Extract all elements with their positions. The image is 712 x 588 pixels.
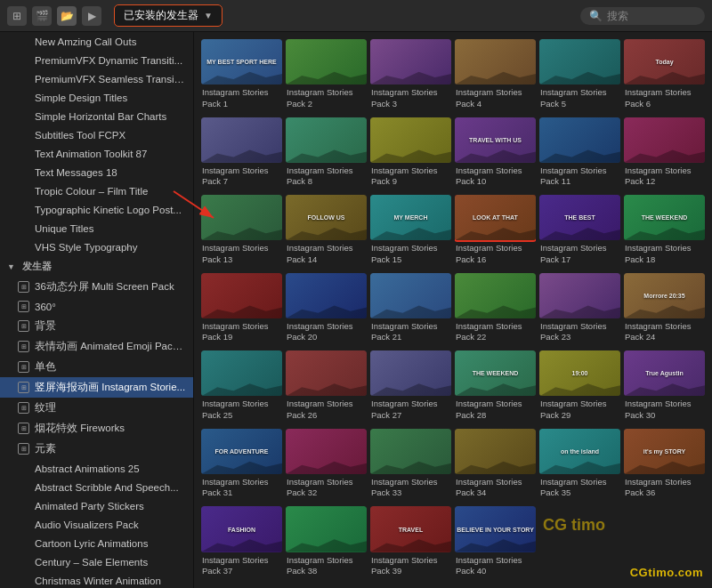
grid-item-15[interactable]: MY MERCHInstagram Stories Pack 15 (370, 195, 451, 270)
grid-item-21[interactable]: Instagram Stories Pack 21 (370, 273, 451, 348)
grid-item-16[interactable]: LOOK AT THATInstagram Stories Pack 16 (455, 195, 536, 270)
sidebar-item-label: Century – Sale Elements (35, 557, 148, 568)
sidebar-item-audio-visualizers[interactable]: Audio Visualizers Pack (0, 515, 193, 534)
grid-item-8[interactable]: Instagram Stories Pack 8 (286, 117, 367, 192)
grid-item-34[interactable]: Instagram Stories Pack 34 (455, 429, 536, 503)
sidebar-item-new-amazing[interactable]: New Amzing Call Outs (0, 32, 193, 51)
grid-item-4[interactable]: Instagram Stories Pack 4 (455, 39, 536, 114)
grid-item-label: Instagram Stories Pack 35 (539, 477, 620, 499)
grid-item-label: Instagram Stories Pack 32 (286, 477, 367, 499)
sidebar-item-label: 36动态分屏 Multi Screen Pack (35, 280, 174, 294)
grid-item-18[interactable]: THE WEEKENDInstagram Stories Pack 18 (624, 195, 705, 270)
sidebar-item-premiumvfx-dynamic[interactable]: PremiumVFX Dynamic Transiti... (0, 51, 193, 69)
sidebar-item-label: Audio Visualizers Pack (35, 520, 139, 530)
grid-item-label: Instagram Stories Pack 28 (455, 399, 536, 421)
sidebar-item-abstract-scribble[interactable]: Abstract Scribble And Speech... (0, 478, 193, 496)
plugin-icon (18, 519, 29, 530)
sidebar-item-tropic[interactable]: Tropic Colour – Film Title (0, 181, 193, 200)
grid-item-30[interactable]: True AgustinInstagram Stories Pack 30 (624, 350, 705, 425)
grid-item-19[interactable]: Instagram Stories Pack 19 (201, 273, 282, 348)
grid-item-31[interactable]: FOR ADVENTUREInstagram Stories Pack 31 (201, 429, 282, 503)
grid-item-37[interactable]: FASHIONInstagram Stories Pack 37 (201, 506, 282, 581)
grid-item-17[interactable]: THE BESTInstagram Stories Pack 17 (539, 195, 620, 270)
grid-item-12[interactable]: Instagram Stories Pack 12 (624, 117, 705, 192)
grid-item-7[interactable]: Instagram Stories Pack 7 (201, 117, 282, 192)
sidebar-item-360[interactable]: ⊞360° (0, 297, 193, 316)
grid-item-26[interactable]: Instagram Stories Pack 26 (286, 350, 367, 425)
grid-item-23[interactable]: Instagram Stories Pack 23 (539, 273, 620, 348)
grid-item-1[interactable]: MY BEST SPORT HEREInstagram Stories Pack… (201, 39, 282, 114)
grid-item-40[interactable]: BELIEVE IN YOUR STORYInstagram Stories P… (455, 506, 536, 581)
thumbnail-38 (286, 506, 367, 552)
grid-item-label: Instagram Stories Pack 8 (286, 165, 367, 188)
grid-item-28[interactable]: THE WEEKENDInstagram Stories Pack 28 (455, 350, 536, 425)
sidebar-item-christmas[interactable]: Christmas Winter Animation (0, 571, 193, 588)
sidebar-item-background[interactable]: ⊞背景 (0, 316, 193, 336)
sidebar-item-abstract-25[interactable]: Abstract Animations 25 (0, 459, 193, 478)
grid-item-20[interactable]: Instagram Stories Pack 20 (286, 273, 367, 348)
grid-item-3[interactable]: Instagram Stories Pack 3 (370, 39, 451, 114)
grid-item-14[interactable]: FOLLOW USInstagram Stories Pack 14 (286, 195, 367, 270)
installed-dropdown[interactable]: 已安装的发生器 ▼ (114, 4, 222, 27)
sidebar-item-elements[interactable]: ⊞元素 (0, 439, 193, 459)
thumbnail-37: FASHION (201, 506, 282, 552)
grid-item-36[interactable]: it's my STORYInstagram Stories Pack 36 (624, 429, 705, 503)
grid-item-33[interactable]: Instagram Stories Pack 33 (370, 429, 451, 503)
sidebar-item-multi-screen[interactable]: ⊞36动态分屏 Multi Screen Pack (0, 277, 193, 297)
grid-item-22[interactable]: Instagram Stories Pack 22 (455, 273, 536, 348)
sidebar-item-solid-color[interactable]: ⊞单色 (0, 357, 193, 377)
sidebar-item-emoji[interactable]: ⊞表情动画 Animated Emoji Pack... (0, 336, 193, 357)
grid-item-25[interactable]: Instagram Stories Pack 25 (201, 350, 282, 425)
grid-item-5[interactable]: Instagram Stories Pack 5 (539, 39, 620, 114)
sidebar-item-century-sale[interactable]: Century – Sale Elements (0, 552, 193, 571)
grid-item-9[interactable]: Instagram Stories Pack 9 (370, 117, 451, 192)
grid-item-2[interactable]: Instagram Stories Pack 2 (286, 39, 367, 114)
grid-item-32[interactable]: Instagram Stories Pack 32 (286, 429, 367, 503)
grid-item-24[interactable]: Morrore 20:35Instagram Stories Pack 24 (624, 273, 705, 348)
sidebar-item-animated-party[interactable]: Animated Party Stickers (0, 496, 193, 515)
thumb-overlay-text: FASHION (226, 525, 257, 535)
sidebar-item-simple-bar[interactable]: Simple Horizontal Bar Charts (0, 107, 193, 125)
sidebar-item-cartoon-lyric[interactable]: Cartoon Lyric Animations (0, 534, 193, 552)
sidebar-item-simple-design[interactable]: Simple Design Titles (0, 88, 193, 107)
thumbnail-19 (201, 273, 282, 318)
thumbnail-21 (370, 273, 451, 318)
sidebar-item-instagram-active[interactable]: ⊞竖屏海报动画 Instagram Storie... (0, 377, 193, 398)
grid-item-38[interactable]: Instagram Stories Pack 38 (286, 506, 367, 581)
sidebar-item-vhs-style[interactable]: VHS Style Typography (0, 238, 193, 256)
grid-item-11[interactable]: Instagram Stories Pack 11 (539, 117, 620, 192)
grid-item-39[interactable]: TRAVELInstagram Stories Pack 39 (370, 506, 451, 581)
sidebar-item-texture[interactable]: ⊞纹理 (0, 398, 193, 418)
sidebar-item-text-animation[interactable]: Text Animation Toolkit 87 (0, 144, 193, 163)
sidebar-item-fasheqi[interactable]: ▼发生器 (0, 256, 193, 277)
grid-item-13[interactable]: Instagram Stories Pack 13 (201, 195, 282, 270)
grid-item-35[interactable]: on the islandInstagram Stories Pack 35 (539, 429, 620, 503)
sidebar-item-subtitles[interactable]: Subtitles Tool FCPX (0, 125, 193, 144)
plugin-icon (18, 148, 29, 159)
toolbar-icon-4[interactable]: ▶ (82, 6, 101, 26)
sidebar-item-label: New Amzing Call Outs (35, 36, 136, 47)
thumbnail-24: Morrore 20:35 (624, 273, 705, 318)
grid-item-27[interactable]: Instagram Stories Pack 27 (370, 350, 451, 425)
sidebar-item-label: PremiumVFX Dynamic Transiti... (35, 55, 182, 66)
thumbnail-35: on the island (539, 429, 620, 474)
thumb-overlay-text: MY MERCH (392, 213, 430, 222)
search-input[interactable] (607, 10, 696, 22)
grid-item-10[interactable]: TRAVEL WITH USInstagram Stories Pack 10 (455, 117, 536, 192)
installed-label: 已安装的发生器 (124, 8, 198, 23)
sidebar-item-text-messages[interactable]: Text Messages 18 (0, 163, 193, 181)
sidebar-item-unique-titles[interactable]: Unique Titles (0, 219, 193, 238)
sidebar-item-premiumvfx-seamless[interactable]: PremiumVFX Seamless Transiti... (0, 69, 193, 88)
thumbnail-32 (286, 429, 367, 474)
grid-item-6[interactable]: TodayInstagram Stories Pack 6 (624, 39, 705, 114)
sidebar-item-label: Unique Titles (35, 223, 93, 234)
toolbar-icon-1[interactable]: ⊞ (7, 6, 27, 26)
toolbar-icon-2[interactable]: 🎬 (32, 6, 52, 26)
sidebar-item-typographic[interactable]: Typographic Kinetic Logo Post... (0, 200, 193, 219)
sidebar-item-fireworks[interactable]: ⊞烟花特效 Fireworks (0, 418, 193, 439)
thumbnail-11 (539, 117, 620, 163)
grid-item-label: Instagram Stories Pack 3 (370, 87, 451, 109)
toolbar-icon-3[interactable]: 📂 (57, 6, 77, 26)
grid-item-29[interactable]: 19:00Instagram Stories Pack 29 (539, 350, 620, 425)
thumbnail-18: THE WEEKEND (624, 195, 705, 240)
